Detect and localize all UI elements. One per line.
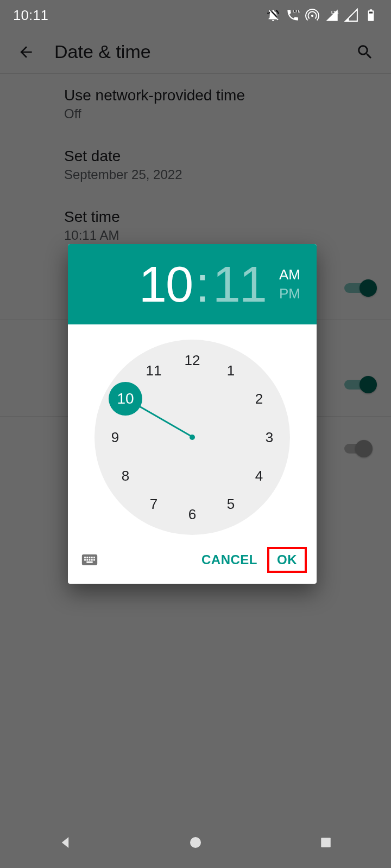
clock-number[interactable]: 5 (218, 492, 243, 516)
clock-number[interactable]: 9 (103, 425, 128, 450)
svg-rect-6 (321, 838, 331, 847)
status-bar-overlay: 10:11 LTE LTE (0, 0, 391, 30)
cancel-button[interactable]: CANCEL (192, 546, 267, 574)
status-time: 10:11 (13, 7, 48, 24)
keyboard-input-button[interactable] (78, 548, 102, 572)
status-icons: LTE LTE (266, 8, 378, 22)
clock-number[interactable]: 8 (113, 463, 138, 488)
battery-icon (364, 8, 378, 22)
clock-number[interactable]: 1 (218, 358, 243, 383)
clock-number[interactable]: 4 (247, 463, 272, 488)
pm-option[interactable]: PM (279, 285, 300, 302)
ok-button[interactable]: OK (277, 552, 297, 567)
ok-highlight-box: OK (267, 547, 307, 573)
svg-text:LTE: LTE (331, 10, 339, 15)
clock-selection[interactable]: 10 (109, 382, 142, 416)
triangle-back-icon (57, 834, 73, 851)
clock-number[interactable]: 3 (257, 425, 282, 450)
svg-text:LTE: LTE (293, 9, 300, 14)
clock-number[interactable]: 2 (247, 386, 272, 411)
square-recent-icon (318, 834, 334, 851)
digital-time: 10 : 11 (139, 259, 266, 309)
time-picker-dialog: 10 : 11 AM PM 12123456789101110 CANCEL O… (68, 244, 317, 584)
navigation-bar (0, 819, 391, 868)
wifi-calling-icon: LTE (286, 8, 300, 22)
am-option[interactable]: AM (279, 266, 300, 283)
time-colon: : (195, 259, 210, 309)
ampm-toggle: AM PM (279, 266, 300, 302)
minute-display[interactable]: 11 (213, 259, 266, 309)
clock-area: 12123456789101110 (68, 324, 317, 540)
nav-back-button[interactable] (57, 834, 73, 853)
circle-home-icon (187, 834, 204, 851)
dialog-actions: CANCEL OK (68, 540, 317, 584)
clock-number[interactable]: 12 (180, 348, 205, 373)
keyboard-icon (80, 551, 99, 569)
dialog-header: 10 : 11 AM PM (68, 244, 317, 324)
signal-icon (344, 8, 358, 22)
clock-number[interactable]: 7 (141, 492, 166, 516)
hour-display[interactable]: 10 (139, 259, 192, 309)
svg-rect-4 (369, 12, 373, 14)
dnd-off-icon (266, 8, 280, 22)
svg-point-5 (190, 837, 201, 848)
nav-home-button[interactable] (187, 834, 204, 853)
clock-number[interactable]: 11 (141, 358, 166, 383)
nav-recent-button[interactable] (318, 834, 334, 853)
hotspot-icon (305, 8, 319, 22)
analog-clock[interactable]: 12123456789101110 (94, 340, 290, 535)
signal-lte-icon: LTE (325, 8, 339, 22)
clock-number[interactable]: 6 (180, 502, 205, 527)
